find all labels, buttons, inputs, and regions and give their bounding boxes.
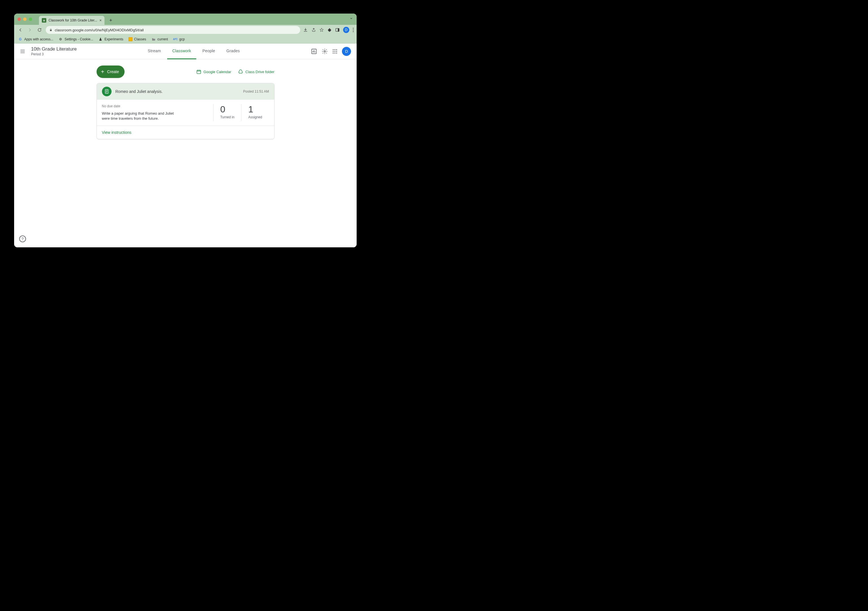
back-button[interactable]: [17, 26, 24, 33]
svg-point-1: [44, 20, 45, 21]
classroom-favicon: [42, 18, 46, 23]
svg-point-18: [334, 53, 335, 54]
tabs-dropdown-icon[interactable]: [349, 16, 353, 20]
address-bar: classroom.google.com/u/0/w/NjEyMDI4ODIxM…: [14, 25, 356, 35]
browser-tabstrip: Classwork for 10th Grade Liter... × +: [14, 14, 356, 25]
stat-assigned[interactable]: 1 Assigned: [241, 104, 269, 121]
url-text: classroom.google.com/u/0/w/NjEyMDI4ODIxM…: [55, 28, 144, 32]
svg-point-10: [324, 51, 326, 52]
svg-point-12: [334, 49, 335, 50]
tab-grades[interactable]: Grades: [222, 43, 245, 59]
account-avatar[interactable]: D: [342, 47, 351, 56]
bookmark-classes[interactable]: Classes: [129, 37, 146, 41]
svg-point-8: [353, 31, 353, 32]
hamburger-menu-icon[interactable]: [20, 48, 26, 54]
tab-title: Classwork for 10th Grade Liter...: [48, 19, 97, 22]
close-tab-icon[interactable]: ×: [99, 18, 102, 23]
bookmark-apps-with-access[interactable]: G Apps with access...: [18, 37, 53, 42]
bookmark-experiments[interactable]: Experiments: [98, 37, 123, 42]
view-instructions-link[interactable]: View instructions: [102, 130, 132, 135]
assignment-icon: [102, 87, 112, 96]
bookmark-star-icon[interactable]: [319, 28, 324, 32]
help-icon[interactable]: ?: [19, 236, 26, 242]
dashboard-icon[interactable]: [311, 48, 317, 54]
svg-rect-5: [338, 28, 339, 32]
maximize-window-button[interactable]: [29, 17, 32, 21]
settings-gear-icon[interactable]: [322, 48, 328, 54]
tab-classwork[interactable]: Classwork: [167, 43, 196, 59]
bookmark-settings-cookie[interactable]: ⚙ Settings - Cookie...: [59, 37, 93, 42]
svg-point-11: [333, 49, 334, 50]
close-window-button[interactable]: [17, 17, 21, 21]
reload-button[interactable]: [36, 26, 43, 33]
svg-point-14: [333, 51, 334, 52]
stat-turned-in[interactable]: 0 Turned in: [213, 104, 241, 121]
class-info[interactable]: 10th Grade Literature Period 3: [31, 46, 77, 56]
assignment-header[interactable]: Romeo and Juliet analysis. Posted 11:51 …: [97, 83, 274, 100]
svg-point-6: [353, 28, 353, 28]
posted-time: Posted 11:51 AM: [243, 90, 269, 93]
svg-point-16: [336, 51, 337, 52]
window-controls: [17, 14, 32, 25]
plus-icon: +: [101, 69, 104, 74]
assignment-description: Write a paper arguing that Romeo and Jul…: [102, 111, 175, 121]
svg-point-17: [333, 53, 334, 54]
create-button[interactable]: + Create: [96, 65, 125, 78]
svg-point-15: [334, 51, 335, 52]
class-section: Period 3: [31, 52, 77, 56]
share-icon[interactable]: [312, 28, 316, 32]
svg-point-13: [336, 49, 337, 50]
app-header: 10th Grade Literature Period 3 Stream Cl…: [14, 43, 356, 59]
google-calendar-link[interactable]: Google Calendar: [196, 69, 231, 74]
drive-icon: [238, 69, 243, 74]
apps-grid-icon[interactable]: [332, 49, 338, 54]
bookmark-gcp[interactable]: API gcp: [173, 37, 184, 42]
profile-avatar[interactable]: D: [343, 27, 349, 33]
bookmark-current[interactable]: current: [151, 37, 168, 42]
kebab-menu-icon[interactable]: [353, 28, 354, 32]
assignment-card: Romeo and Juliet analysis. Posted 11:51 …: [96, 83, 274, 139]
class-drive-folder-link[interactable]: Class Drive folder: [238, 69, 274, 74]
svg-rect-3: [50, 30, 52, 31]
class-name: 10th Grade Literature: [31, 46, 77, 52]
assignment-title: Romeo and Juliet analysis.: [115, 89, 163, 94]
bookmarks-bar: G Apps with access... ⚙ Settings - Cooki…: [14, 35, 356, 43]
svg-rect-20: [197, 70, 201, 74]
extensions-icon[interactable]: [327, 28, 332, 32]
svg-rect-2: [43, 21, 45, 21]
calendar-icon: [196, 69, 202, 74]
tab-stream[interactable]: Stream: [143, 43, 166, 59]
new-tab-button[interactable]: +: [107, 16, 115, 24]
tab-people[interactable]: People: [197, 43, 220, 59]
lock-icon: [49, 28, 53, 32]
minimize-window-button[interactable]: [23, 17, 26, 21]
download-icon[interactable]: [303, 27, 308, 33]
due-date: No due date: [102, 104, 175, 108]
svg-point-7: [353, 29, 353, 30]
sidepanel-icon[interactable]: [335, 28, 340, 32]
browser-tab[interactable]: Classwork for 10th Grade Liter... ×: [39, 16, 104, 25]
url-input[interactable]: classroom.google.com/u/0/w/NjEyMDI4ODIxM…: [46, 26, 300, 34]
svg-point-19: [336, 53, 337, 54]
forward-button[interactable]: [26, 26, 33, 33]
